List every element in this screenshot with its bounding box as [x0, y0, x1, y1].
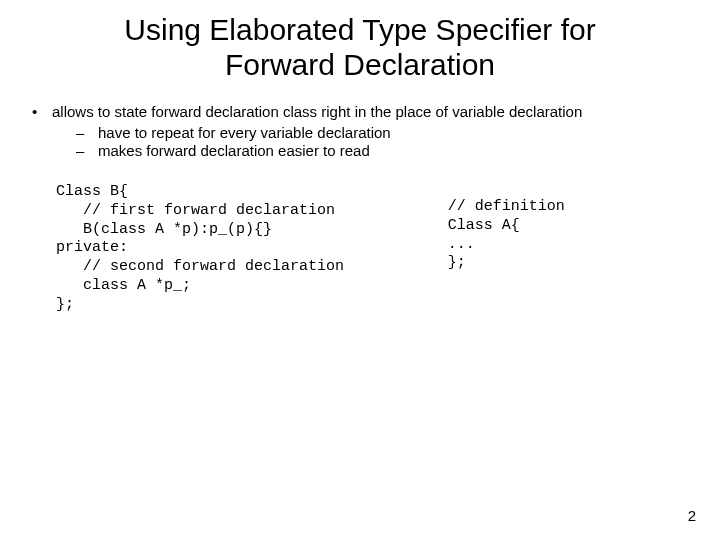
- slide: Using Elaborated Type Specifier for Forw…: [0, 0, 720, 540]
- code-block-right: // definition Class A{ ... };: [448, 183, 688, 314]
- sub-bullet-text: makes forward declaration easier to read: [98, 142, 370, 161]
- sub-bullet-item: – makes forward declaration easier to re…: [52, 142, 688, 161]
- bullet-item: • allows to state forward declaration cl…: [32, 103, 688, 161]
- title-line-2: Forward Declaration: [225, 48, 495, 81]
- slide-title: Using Elaborated Type Specifier for Forw…: [32, 12, 688, 83]
- slide-body: • allows to state forward declaration cl…: [32, 103, 688, 315]
- sub-bullet-list: – have to repeat for every variable decl…: [52, 124, 688, 162]
- bullet-main-text: allows to state forward declaration clas…: [52, 103, 582, 120]
- sub-bullet-item: – have to repeat for every variable decl…: [52, 124, 688, 143]
- bullet-mark: •: [32, 103, 52, 161]
- bullet-text: allows to state forward declaration clas…: [52, 103, 688, 161]
- code-block-left: Class B{ // first forward declaration B(…: [56, 183, 448, 314]
- sub-bullet-mark: –: [76, 124, 98, 143]
- code-columns: Class B{ // first forward declaration B(…: [32, 183, 688, 314]
- sub-bullet-text: have to repeat for every variable declar…: [98, 124, 391, 143]
- sub-bullet-mark: –: [76, 142, 98, 161]
- page-number: 2: [688, 507, 696, 524]
- title-line-1: Using Elaborated Type Specifier for: [124, 13, 595, 46]
